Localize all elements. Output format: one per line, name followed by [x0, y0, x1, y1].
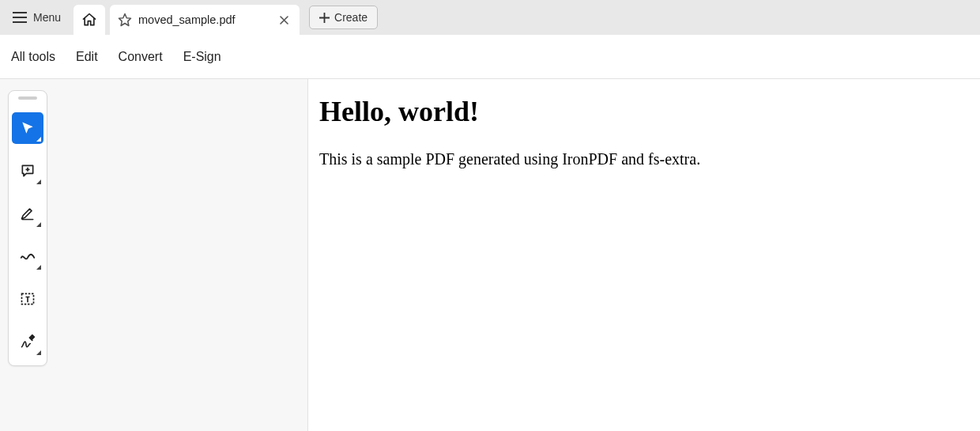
titlebar: Menu moved_sample.pdf Create: [0, 0, 980, 35]
document-tab-title: moved_sample.pdf: [138, 13, 270, 26]
document-heading: Hello, world!: [319, 95, 969, 128]
menu-esign[interactable]: E-Sign: [183, 50, 221, 64]
star-icon: [118, 13, 132, 27]
close-tab-button[interactable]: [276, 12, 292, 28]
menu-convert[interactable]: Convert: [119, 50, 163, 64]
highlight-tool[interactable]: [12, 198, 43, 229]
sign-icon: [20, 334, 36, 350]
tool-palette: [8, 90, 47, 366]
sign-tool[interactable]: [12, 326, 43, 357]
textbox-icon: [20, 291, 36, 307]
document-view[interactable]: Hello, world! This is a sample PDF gener…: [308, 79, 980, 431]
select-tool[interactable]: [12, 112, 43, 144]
submenu-indicator-icon: [36, 222, 41, 227]
palette-drag-handle[interactable]: [18, 96, 37, 100]
hamburger-icon: [13, 12, 27, 23]
menu-edit[interactable]: Edit: [76, 50, 98, 64]
content-area: Hello, world! This is a sample PDF gener…: [0, 79, 980, 431]
home-tab[interactable]: [74, 5, 105, 35]
menu-all-tools[interactable]: All tools: [11, 50, 55, 64]
comment-icon: [20, 163, 36, 179]
plus-icon: [319, 13, 330, 23]
submenu-indicator-icon: [36, 265, 41, 270]
highlight-icon: [20, 206, 36, 221]
left-pane: [0, 79, 308, 431]
draw-icon: [19, 248, 36, 264]
draw-tool[interactable]: [12, 240, 43, 272]
svg-marker-0: [119, 14, 131, 26]
close-icon: [280, 16, 288, 25]
submenu-indicator-icon: [36, 137, 41, 142]
home-icon: [81, 12, 97, 28]
submenu-indicator-icon: [36, 180, 41, 184]
cursor-icon: [20, 120, 36, 136]
menu-button[interactable]: Menu: [5, 6, 69, 28]
create-button-label: Create: [334, 11, 368, 24]
document-body: This is a sample PDF generated using Iro…: [319, 150, 969, 168]
comment-tool[interactable]: [12, 155, 43, 187]
menubar: All tools Edit Convert E-Sign: [0, 35, 980, 79]
menu-button-label: Menu: [33, 11, 61, 24]
submenu-indicator-icon: [36, 350, 41, 355]
textbox-tool[interactable]: [12, 283, 43, 315]
document-tab[interactable]: moved_sample.pdf: [110, 5, 300, 35]
create-button[interactable]: Create: [309, 6, 378, 29]
